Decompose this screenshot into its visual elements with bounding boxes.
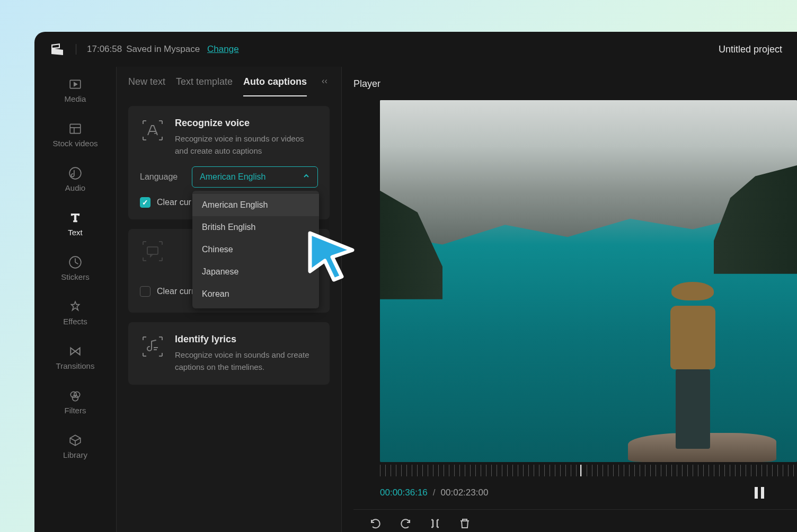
timestamp: 17:06:58 — [87, 44, 122, 55]
main-area: Media Stock videos Audio Text — [34, 67, 797, 532]
dropdown-item[interactable]: British English — [192, 216, 319, 238]
recognize-voice-card: Recognize voice Recognize voice in sound… — [128, 106, 330, 219]
audio-icon — [68, 166, 82, 180]
svg-rect-11 — [147, 247, 158, 254]
sidebar-label: Media — [65, 94, 86, 103]
app-window: 17:06:58 Saved in Myspace Change Untitle… — [34, 32, 797, 532]
undo-icon[interactable] — [369, 517, 382, 532]
time-current: 00:00:36:16 — [380, 487, 428, 498]
recognize-title: Recognize voice — [175, 118, 318, 129]
sidebar-item-stickers[interactable]: Stickers — [61, 255, 89, 281]
pause-button[interactable] — [754, 486, 765, 500]
divider — [76, 44, 76, 55]
sidebar-item-stock-videos[interactable]: Stock videos — [52, 122, 98, 148]
split-icon[interactable] — [429, 517, 441, 532]
video-frame — [380, 100, 797, 462]
transitions-icon — [68, 344, 82, 358]
sidebar-label: Transitions — [56, 361, 95, 370]
clear-checkbox[interactable] — [140, 197, 150, 208]
lyrics-title: Identify lyrics — [175, 334, 318, 345]
svg-rect-14 — [755, 487, 758, 499]
player-controls: 00:00:36:16 / 00:02:23:00 — [353, 476, 797, 509]
sidebar-item-transitions[interactable]: Transitions — [56, 344, 95, 370]
clear-captions-checkbox[interactable] — [140, 286, 150, 297]
lyrics-desc: Recognize voice in sounds and create cap… — [175, 349, 318, 373]
language-label: Language — [140, 172, 182, 182]
media-icon — [68, 77, 82, 91]
timeline-ruler[interactable] — [380, 465, 797, 476]
language-selected: American English — [200, 172, 266, 182]
identify-lyrics-card: Identify lyrics Recognize voice in sound… — [128, 322, 330, 385]
chevron-up-icon — [303, 172, 310, 182]
recognize-voice-icon — [140, 118, 165, 143]
tab-text-template[interactable]: Text template — [176, 76, 233, 96]
svg-point-9 — [74, 392, 80, 397]
player-area: Player 00:00:36: — [342, 67, 797, 532]
captions-icon — [140, 238, 165, 264]
sidebar-item-effects[interactable]: Effects — [63, 300, 87, 326]
panel-content: Recognize voice Recognize voice in sound… — [117, 96, 341, 404]
sidebar-item-media[interactable]: Media — [65, 77, 86, 103]
sidebar-item-text[interactable]: Text — [68, 211, 83, 237]
svg-point-10 — [73, 395, 78, 401]
dropdown-item[interactable]: Chinese — [192, 238, 319, 261]
sidebar-item-library[interactable]: Library — [63, 433, 87, 459]
sidebar-label: Filters — [65, 406, 86, 415]
text-panel: New text Text template Auto captions ‹‹ … — [117, 67, 342, 532]
change-link[interactable]: Change — [207, 44, 239, 55]
svg-rect-1 — [70, 124, 81, 133]
sidebar-label: Text — [68, 228, 83, 237]
left-sidebar: Media Stock videos Audio Text — [34, 67, 117, 532]
sidebar-label: Audio — [65, 183, 85, 192]
video-preview[interactable] — [380, 100, 797, 462]
stock-videos-icon — [68, 122, 82, 136]
svg-line-7 — [75, 262, 78, 264]
time-total: 00:02:23:00 — [441, 487, 489, 498]
redo-icon[interactable] — [399, 517, 412, 532]
app-logo-icon — [49, 41, 65, 57]
tab-auto-captions[interactable]: Auto captions — [243, 76, 307, 96]
sidebar-label: Effects — [63, 317, 87, 326]
svg-rect-15 — [761, 487, 764, 499]
filters-icon — [68, 389, 82, 403]
tab-new-text[interactable]: New text — [128, 76, 165, 96]
dropdown-item[interactable]: Japanese — [192, 261, 319, 283]
time-separator: / — [433, 487, 436, 498]
dropdown-item[interactable]: Korean — [192, 283, 319, 305]
language-select[interactable]: American English American English Britis… — [192, 166, 318, 188]
sidebar-label: Library — [63, 450, 87, 459]
sidebar-label: Stickers — [61, 272, 89, 281]
sidebar-item-audio[interactable]: Audio — [65, 166, 85, 192]
top-bar: 17:06:58 Saved in Myspace Change Untitle… — [34, 32, 797, 67]
stickers-icon — [68, 255, 82, 269]
lyrics-icon — [140, 334, 165, 359]
collapse-icon[interactable]: ‹‹ — [322, 76, 327, 96]
sidebar-item-filters[interactable]: Filters — [65, 389, 86, 415]
project-title: Untitled project — [719, 44, 782, 55]
effects-icon — [68, 300, 82, 314]
text-icon — [68, 211, 82, 225]
svg-point-4 — [69, 167, 81, 179]
delete-icon[interactable] — [458, 517, 471, 532]
language-dropdown: American English British English Chinese… — [192, 191, 319, 308]
playhead-indicator[interactable] — [580, 465, 581, 476]
sidebar-label: Stock videos — [52, 139, 98, 148]
dropdown-item[interactable]: American English — [192, 194, 319, 216]
tabs: New text Text template Auto captions ‹‹ — [117, 67, 341, 96]
library-icon — [68, 433, 82, 447]
recognize-desc: Recognize voice in sounds or videos and … — [175, 133, 318, 157]
player-title: Player — [353, 78, 797, 90]
bottom-toolbar — [353, 509, 797, 532]
save-status: Saved in Myspace — [126, 44, 200, 55]
